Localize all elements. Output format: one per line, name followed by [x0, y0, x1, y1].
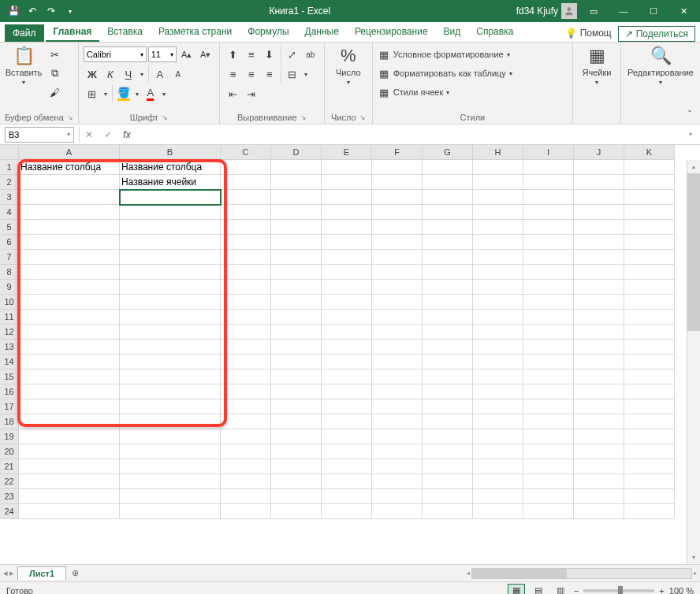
cell-G15[interactable] [423, 369, 473, 384]
cell-A10[interactable] [19, 295, 120, 310]
cell-B19[interactable] [120, 429, 221, 444]
cell-H23[interactable] [473, 489, 523, 504]
cell-C12[interactable] [221, 325, 271, 340]
cell-G12[interactable] [423, 325, 473, 340]
decrease-indent-icon[interactable]: ⇤ [225, 85, 242, 102]
cell-C7[interactable] [221, 250, 271, 265]
cell-E3[interactable] [322, 190, 372, 205]
cell-B4[interactable] [120, 205, 221, 220]
font-launcher-icon[interactable]: ↘ [162, 113, 168, 121]
cell-D9[interactable] [271, 280, 322, 295]
cell-K9[interactable] [624, 280, 675, 295]
cell-E8[interactable] [322, 265, 372, 280]
cell-D5[interactable] [271, 220, 322, 235]
cell-K4[interactable] [624, 205, 675, 220]
cell-I15[interactable] [523, 369, 574, 384]
cell-J11[interactable] [574, 310, 624, 325]
page-layout-view-icon[interactable]: ▤ [530, 584, 547, 595]
row-header-12[interactable]: 12 [0, 325, 19, 340]
cell-J9[interactable] [574, 280, 624, 295]
cell-E6[interactable] [322, 235, 372, 250]
cell-F8[interactable] [372, 265, 423, 280]
cell-A8[interactable] [19, 265, 120, 280]
cell-B13[interactable] [120, 340, 221, 355]
cell-I13[interactable] [523, 340, 574, 355]
cell-K11[interactable] [624, 310, 675, 325]
cell-F15[interactable] [372, 369, 423, 384]
cell-B23[interactable] [120, 489, 221, 504]
italic-button[interactable]: К [102, 65, 119, 83]
cell-G14[interactable] [423, 355, 473, 369]
borders-menu-icon[interactable]: ▾ [102, 85, 110, 102]
tab-Вид[interactable]: Вид [436, 23, 469, 42]
row-header-2[interactable]: 2 [0, 175, 19, 190]
cell-J12[interactable] [574, 325, 624, 340]
align-bottom-icon[interactable]: ⬇ [261, 46, 278, 63]
cell-C3[interactable] [221, 190, 271, 205]
cell-J17[interactable] [574, 399, 624, 414]
cell-B8[interactable] [120, 265, 221, 280]
cell-I12[interactable] [523, 325, 574, 340]
row-header-5[interactable]: 5 [0, 220, 19, 235]
cell-E14[interactable] [322, 355, 372, 369]
cell-K5[interactable] [624, 220, 675, 235]
minimize-button[interactable]: — [610, 0, 637, 22]
cell-C17[interactable] [221, 399, 271, 414]
cell-J3[interactable] [574, 190, 624, 205]
cell-A7[interactable] [19, 250, 120, 265]
column-header-B[interactable]: B [120, 145, 221, 160]
cell-G11[interactable] [423, 310, 473, 325]
cell-E1[interactable] [322, 160, 372, 175]
cell-C14[interactable] [221, 355, 271, 369]
increase-indent-icon[interactable]: ⇥ [243, 85, 260, 102]
cell-D7[interactable] [271, 250, 322, 265]
cell-J18[interactable] [574, 414, 624, 429]
cell-I11[interactable] [523, 310, 574, 325]
page-break-view-icon[interactable]: ▥ [552, 584, 569, 595]
copy-icon[interactable]: ⧉ [46, 65, 63, 82]
cell-F7[interactable] [372, 250, 423, 265]
cell-A17[interactable] [19, 399, 120, 414]
cell-K18[interactable] [624, 414, 675, 429]
cell-J22[interactable] [574, 474, 624, 489]
cell-E20[interactable] [322, 444, 372, 459]
number-format-button[interactable]: % Число ▾ [330, 46, 367, 86]
cell-J4[interactable] [574, 205, 624, 220]
cell-G17[interactable] [423, 399, 473, 414]
fill-color-icon[interactable]: 🪣 [115, 85, 132, 102]
font-color-icon[interactable]: A [142, 85, 159, 102]
cell-A16[interactable] [19, 384, 120, 399]
cell-I14[interactable] [523, 355, 574, 369]
cell-K6[interactable] [624, 235, 675, 250]
cell-K12[interactable] [624, 325, 675, 340]
cell-E19[interactable] [322, 429, 372, 444]
cell-G5[interactable] [423, 220, 473, 235]
align-right-icon[interactable]: ≡ [261, 65, 278, 83]
redo-icon[interactable]: ↷ [43, 2, 60, 20]
cell-C4[interactable] [221, 205, 271, 220]
cell-I10[interactable] [523, 295, 574, 310]
cell-C13[interactable] [221, 340, 271, 355]
cell-J6[interactable] [574, 235, 624, 250]
cell-B14[interactable] [120, 355, 221, 369]
cell-J20[interactable] [574, 444, 624, 459]
cell-E16[interactable] [322, 384, 372, 399]
borders-icon[interactable]: ⊞ [84, 85, 101, 102]
cell-I7[interactable] [523, 250, 574, 265]
cell-A23[interactable] [19, 489, 120, 504]
cell-H4[interactable] [473, 205, 523, 220]
cell-F6[interactable] [372, 235, 423, 250]
sheet-nav-first-icon[interactable]: ◂ [3, 568, 8, 578]
zoom-slider[interactable] [583, 589, 654, 592]
cell-A11[interactable] [19, 310, 120, 325]
cell-B3[interactable] [120, 190, 221, 205]
cell-E11[interactable] [322, 310, 372, 325]
fx-icon[interactable]: fx [117, 126, 136, 143]
row-header-18[interactable]: 18 [0, 414, 19, 429]
cell-C8[interactable] [221, 265, 271, 280]
normal-view-icon[interactable]: ▦ [508, 584, 525, 595]
cell-D11[interactable] [271, 310, 322, 325]
cell-F2[interactable] [372, 175, 423, 190]
cell-A21[interactable] [19, 459, 120, 474]
cell-G18[interactable] [423, 414, 473, 429]
